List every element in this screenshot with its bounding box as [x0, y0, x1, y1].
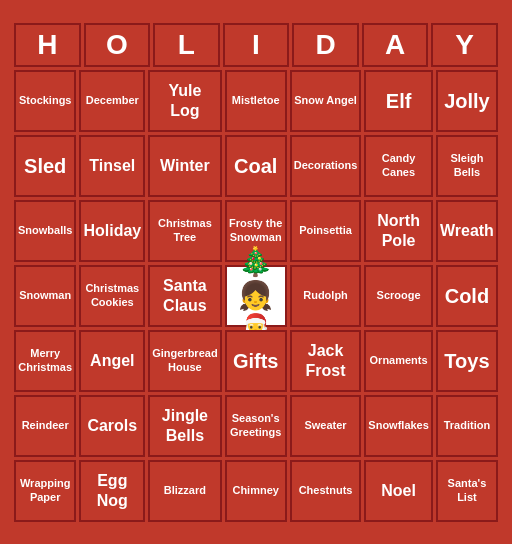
bingo-cell[interactable]: Chestnuts	[290, 460, 362, 522]
bingo-cell[interactable]: Season's Greetings	[225, 395, 287, 457]
bingo-cell[interactable]: Snowflakes	[364, 395, 433, 457]
bingo-grid: StockingsDecemberYule LogMistletoeSnow A…	[14, 70, 498, 522]
bingo-cell[interactable]: Sleigh Bells	[436, 135, 498, 197]
bingo-cell[interactable]: Noel	[364, 460, 433, 522]
bingo-cell[interactable]: Toys	[436, 330, 498, 392]
bingo-cell[interactable]: Poinsettia	[290, 200, 362, 262]
bingo-cell[interactable]: Sled	[14, 135, 76, 197]
header-letter: L	[153, 23, 220, 67]
bingo-cell[interactable]: Egg Nog	[79, 460, 145, 522]
bingo-cell[interactable]: Gifts	[225, 330, 287, 392]
bingo-cell[interactable]: Carols	[79, 395, 145, 457]
bingo-cell[interactable]: Gingerbread House	[148, 330, 221, 392]
bingo-card: HOLIDAY StockingsDecemberYule LogMistlet…	[6, 15, 506, 530]
bingo-cell[interactable]: Sweater	[290, 395, 362, 457]
bingo-cell[interactable]: Candy Canes	[364, 135, 433, 197]
bingo-cell[interactable]: Snowballs	[14, 200, 76, 262]
bingo-cell[interactable]: Christmas Tree	[148, 200, 221, 262]
bingo-cell[interactable]: Blizzard	[148, 460, 221, 522]
header-letter: D	[292, 23, 359, 67]
bingo-cell[interactable]: Holiday	[79, 200, 145, 262]
bingo-cell[interactable]: December	[79, 70, 145, 132]
bingo-cell[interactable]: Yule Log	[148, 70, 221, 132]
bingo-cell[interactable]: Coal	[225, 135, 287, 197]
bingo-cell[interactable]: Jingle Bells	[148, 395, 221, 457]
bingo-cell[interactable]: Jack Frost	[290, 330, 362, 392]
bingo-cell[interactable]: Snowman	[14, 265, 76, 327]
bingo-cell[interactable]: Wrapping Paper	[14, 460, 76, 522]
bingo-cell[interactable]: Jolly	[436, 70, 498, 132]
bingo-cell[interactable]: Christmas Cookies	[79, 265, 145, 327]
header-letter: A	[362, 23, 429, 67]
bingo-cell[interactable]: Winter	[148, 135, 221, 197]
bingo-cell[interactable]: Elf	[364, 70, 433, 132]
bingo-cell[interactable]: Rudolph	[290, 265, 362, 327]
header-row: HOLIDAY	[14, 23, 498, 67]
header-letter: O	[84, 23, 151, 67]
bingo-cell[interactable]: Tradition	[436, 395, 498, 457]
header-letter: H	[14, 23, 81, 67]
bingo-cell[interactable]: Reindeer	[14, 395, 76, 457]
bingo-cell[interactable]: Mistletoe	[225, 70, 287, 132]
header-letter: Y	[431, 23, 498, 67]
bingo-cell[interactable]: Angel	[79, 330, 145, 392]
bingo-cell[interactable]: Tinsel	[79, 135, 145, 197]
bingo-cell[interactable]: Santa's List	[436, 460, 498, 522]
bingo-cell[interactable]: Santa Claus	[148, 265, 221, 327]
bingo-cell[interactable]: Merry Christmas	[14, 330, 76, 392]
bingo-cell[interactable]: Scrooge	[364, 265, 433, 327]
bingo-cell[interactable]: Stockings	[14, 70, 76, 132]
bingo-cell[interactable]: Chimney	[225, 460, 287, 522]
header-letter: I	[223, 23, 290, 67]
bingo-cell[interactable]: North Pole	[364, 200, 433, 262]
bingo-cell[interactable]: 🎄👧🎅	[225, 265, 287, 327]
bingo-cell[interactable]: Cold	[436, 265, 498, 327]
bingo-cell[interactable]: Wreath	[436, 200, 498, 262]
bingo-cell[interactable]: Decorations	[290, 135, 362, 197]
bingo-cell[interactable]: Snow Angel	[290, 70, 362, 132]
bingo-cell[interactable]: Ornaments	[364, 330, 433, 392]
